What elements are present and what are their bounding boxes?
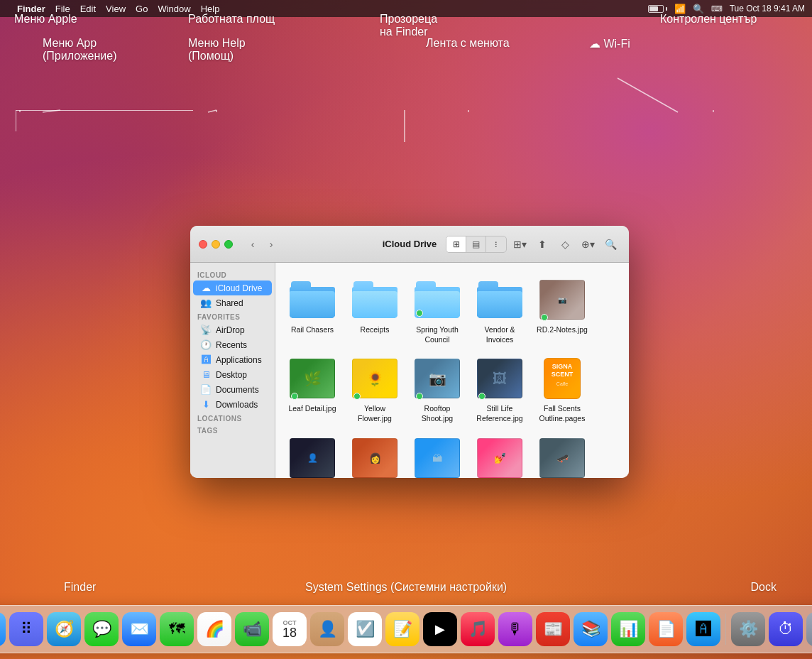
menu-edit[interactable]: Edit <box>80 4 96 14</box>
sidebar-item-recents[interactable]: 🕐 Recents <box>193 337 272 352</box>
maximize-button[interactable] <box>224 240 233 249</box>
datetime: Tue Oct 18 9:41 AM <box>730 4 805 13</box>
icon-view-button[interactable]: ⊞ <box>446 236 466 252</box>
sidebar-section-icloud: iCloud <box>190 268 275 281</box>
file-item-receipts[interactable]: Receipts <box>346 274 403 347</box>
menu-file[interactable]: File <box>55 4 70 14</box>
file-label: Receipts <box>361 325 390 335</box>
documents-icon: 📄 <box>200 384 212 395</box>
sidebar-section-tags: Tags <box>190 424 275 436</box>
search-icon[interactable]: 🔍 <box>693 4 704 14</box>
dock-app-photos[interactable]: 🌈 <box>197 612 231 646</box>
dock-app-notes[interactable]: 📝 <box>385 612 419 646</box>
share-button[interactable]: ⬆ <box>532 236 552 253</box>
menu-help[interactable]: Help <box>201 4 220 14</box>
dock-app-podcasts[interactable]: 🎙 <box>498 612 532 646</box>
sidebar-item-airdrop[interactable]: 📡 AirDrop <box>193 322 272 337</box>
sidebar-item-applications[interactable]: 🅰 Applications <box>193 352 272 367</box>
file-label: Fall Scents Outline.pages <box>537 404 588 423</box>
music-app-icon: 🎵 <box>468 620 488 638</box>
file-item-title-cover[interactable]: 👤 Title Cover.jpg <box>284 432 341 478</box>
dock-app-numbers[interactable]: 📊 <box>611 612 645 646</box>
file-item-vendor-invoices[interactable]: Vendor & Invoices <box>471 274 528 347</box>
file-item-leaf-detail[interactable]: 🌿 Leaf Detail.jpg <box>284 353 341 426</box>
dock-app-maps[interactable]: 🗺 <box>160 612 194 646</box>
file-item-fall-scents[interactable]: SIGNASCENT Calfe Fall Scents Outline.pag… <box>534 353 591 426</box>
dock-app-screentime[interactable]: ⏱ <box>769 612 803 646</box>
column-view-button[interactable]: ⫶ <box>486 236 506 252</box>
dock-app-safari[interactable]: 🧭 <box>47 612 81 646</box>
file-item-yellow-flower[interactable]: 🌻 Yellow Flower.jpg <box>346 353 403 426</box>
menu-window[interactable]: Window <box>158 4 190 14</box>
battery-indicator <box>648 5 667 13</box>
file-item-pink[interactable]: 💅 Pink.jpeg <box>471 432 528 478</box>
file-item-spring-youth-council[interactable]: Spring Youth Council <box>409 274 466 347</box>
dock-app-contacts[interactable]: 👤 <box>310 612 344 646</box>
file-item-mexico-city[interactable]: 👩 Mexico City.jpeg <box>346 432 403 478</box>
sidebar-label-airdrop: AirDrop <box>216 325 245 335</box>
shared-icon: 👥 <box>200 298 212 308</box>
podcasts-app-icon: 🎙 <box>508 620 523 638</box>
dock-app-launchpad[interactable]: ⠿ <box>9 612 43 646</box>
close-button[interactable] <box>199 240 207 249</box>
maps-app-icon: 🗺 <box>169 620 185 638</box>
airdrop-icon: 📡 <box>200 325 212 335</box>
dock-app-finder[interactable]: 😀 <box>0 612 6 646</box>
back-button[interactable]: ‹ <box>244 236 261 253</box>
icloud-drive-icon: ☁ <box>200 283 212 293</box>
list-view-button[interactable]: ▤ <box>466 236 486 252</box>
dock-app-calendar[interactable]: OCT18 <box>273 612 307 646</box>
dock-app-settings[interactable]: ⚙️ <box>731 612 765 646</box>
minimize-button[interactable] <box>212 240 220 249</box>
sidebar-item-icloud-drive[interactable]: ☁ iCloud Drive <box>193 281 272 295</box>
dock-app-appstore[interactable]: 🅰 <box>686 612 720 646</box>
app-menu-finder[interactable]: Finder <box>17 4 45 14</box>
sidebar-item-downloads[interactable]: ⬇ Downloads <box>193 397 272 412</box>
tag-button[interactable]: ◇ <box>555 236 575 253</box>
action-button[interactable]: ⊕▾ <box>578 236 598 253</box>
dock-app-news[interactable]: 📰 <box>536 612 570 646</box>
toolbar-actions: ⊞ ▤ ⫶ ⊞▾ ⬆ ◇ ⊕▾ 🔍 <box>446 236 620 253</box>
file-item-rd2-notes[interactable]: 📷 RD.2-Notes.jpg <box>534 274 591 347</box>
file-item-rail-chasers[interactable]: Rail Chasers <box>284 274 341 347</box>
file-label: Vendor & Invoices <box>474 325 525 344</box>
dock-app-reminders[interactable]: ☑️ <box>348 612 382 646</box>
menu-go[interactable]: Go <box>136 4 148 14</box>
reminders-app-icon: ☑️ <box>356 620 375 638</box>
sidebar-item-shared[interactable]: 👥 Shared <box>193 295 272 310</box>
menubar: Finder File Edit View Go Window Help 📶 🔍… <box>0 0 812 17</box>
view-toggle: ⊞ ▤ ⫶ <box>446 236 507 253</box>
wifi-icon[interactable]: 📶 <box>674 4 686 14</box>
calendar-app-icon: OCT18 <box>282 620 297 639</box>
sidebar-item-documents[interactable]: 📄 Documents <box>193 382 272 397</box>
screentime-app-icon: ⏱ <box>778 620 794 638</box>
file-item-rooftop-shoot[interactable]: 📷 Rooftop Shoot.jpg <box>409 353 466 426</box>
dock-app-music[interactable]: 🎵 <box>461 612 495 646</box>
file-label: Spring Youth Council <box>412 325 463 344</box>
sidebar-item-desktop[interactable]: 🖥 Desktop <box>193 367 272 382</box>
contacts-app-icon: 👤 <box>318 620 337 638</box>
content-area: Rail Chasers Receipts <box>275 263 629 478</box>
dock-app-pages[interactable]: 📄 <box>649 612 683 646</box>
file-label: Leaf Detail.jpg <box>288 404 336 414</box>
forward-button[interactable]: › <box>263 236 280 253</box>
spotlight-icon[interactable]: ⌨ <box>711 4 723 13</box>
dock-app-appletv[interactable]: ▶ <box>423 612 457 646</box>
search-button[interactable]: 🔍 <box>600 236 620 253</box>
appstore-app-icon: 🅰 <box>696 620 711 638</box>
dock-app-trash[interactable]: 🗑 <box>806 612 812 646</box>
dock-app-mail[interactable]: ✉️ <box>122 612 156 646</box>
photos-app-icon: 🌈 <box>205 620 224 638</box>
file-item-skater[interactable]: 🛹 Skater.jpeg <box>534 432 591 478</box>
dock-app-classroom[interactable]: 📚 <box>574 612 608 646</box>
sidebar-label-recents: Recents <box>216 340 247 350</box>
file-item-lone-pine[interactable]: 🏔 Lone Pine.jpeg <box>409 432 466 478</box>
menu-view[interactable]: View <box>106 4 126 14</box>
dock-app-facetime[interactable]: 📹 <box>235 612 269 646</box>
file-item-still-life[interactable]: 🖼 Still Life Reference.jpg <box>471 353 528 426</box>
numbers-app-icon: 📊 <box>619 620 638 638</box>
group-by-button[interactable]: ⊞▾ <box>510 236 530 253</box>
pages-app-icon: 📄 <box>657 620 676 638</box>
dock-app-messages[interactable]: 💬 <box>84 612 119 646</box>
file-label: Rail Chasers <box>291 325 334 335</box>
